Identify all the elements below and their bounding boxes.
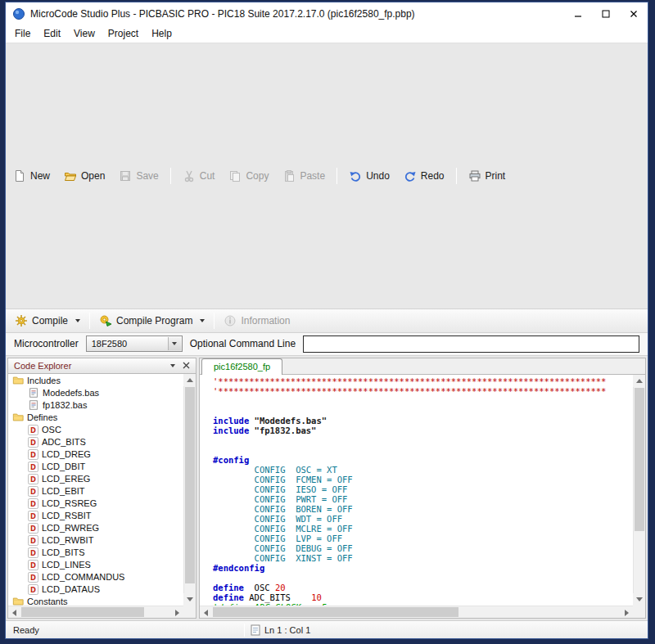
window-title: MicroCode Studio Plus - PICBASIC PRO - P… (30, 8, 559, 20)
panel-dropdown-button[interactable] (166, 359, 179, 372)
editor-vscroll-thumb[interactable] (635, 388, 644, 531)
microcontroller-select[interactable]: 18F2580 (86, 336, 183, 352)
folder-icon (12, 412, 24, 423)
scroll-down-button[interactable] (633, 593, 645, 606)
arrow-right-icon (175, 610, 179, 616)
menu-item-edit[interactable]: Edit (37, 25, 67, 42)
button-label: Save (136, 170, 158, 182)
tree-vertical-scrollbar[interactable] (183, 374, 196, 606)
save-button[interactable]: Save (113, 167, 164, 185)
tree-item-lcd_dreg[interactable]: DLCD_DREG (8, 448, 183, 461)
minimize-button[interactable] (564, 2, 592, 25)
maximize-button[interactable] (592, 2, 620, 25)
arrow-up-icon (187, 378, 193, 382)
chevron-down-icon (172, 342, 177, 345)
tree-item-fp1832.bas[interactable]: fp1832.bas (8, 399, 183, 412)
folder-icon (12, 596, 24, 606)
code-line: CONFIG MCLRE = OFF (213, 524, 633, 534)
status-ready: Ready (6, 625, 244, 635)
code-line: CONFIG BOREN = OFF (213, 504, 633, 514)
button-label: Cut (200, 170, 215, 182)
svg-text:D: D (30, 450, 36, 458)
tree-item-lcd_dbit[interactable]: DLCD_DBIT (8, 461, 183, 473)
tree-horizontal-scrollbar[interactable] (8, 606, 183, 618)
menu-item-help[interactable]: Help (145, 25, 178, 42)
tree-item-lcd_rwreg[interactable]: DLCD_RWREG (8, 522, 183, 534)
toolbar-separator (214, 313, 215, 329)
tree-item-label: Includes (27, 376, 61, 386)
command-line-input[interactable] (303, 336, 639, 353)
code-line (213, 406, 633, 416)
main-area: Code Explorer IncludesModedefs.basfp1832… (6, 356, 648, 621)
tree-item-modedefs.bas[interactable]: Modedefs.bas (8, 387, 183, 399)
code-area[interactable]: '***************************************… (200, 376, 633, 606)
compile-program-button[interactable]: Compile Program (93, 312, 210, 330)
button-label: New (30, 170, 50, 182)
tree-item-label: LCD_DATAUS (42, 584, 100, 595)
tree-item-lcd_rwbit[interactable]: DLCD_RWBIT (8, 534, 183, 547)
code-line: CONFIG FCMEN = OFF (213, 475, 633, 484)
editor-vertical-scrollbar[interactable] (633, 375, 645, 606)
editor-horizontal-scrollbar[interactable] (200, 606, 633, 618)
tree-item-adc_bits[interactable]: DADC_BITS (8, 436, 183, 448)
scroll-down-button[interactable] (183, 593, 196, 606)
undo-button[interactable]: Undo (343, 167, 395, 185)
menu-item-file[interactable]: File (8, 25, 37, 42)
define-icon: D (28, 462, 38, 472)
menu-item-view[interactable]: View (67, 25, 102, 42)
print-button[interactable]: Print (463, 167, 512, 185)
tree-item-includes[interactable]: Includes (8, 375, 183, 387)
code-line (213, 573, 633, 583)
redo-button[interactable]: Redo (398, 167, 450, 185)
tree-item-osc[interactable]: DOSC (8, 424, 183, 436)
cut-button[interactable]: Cut (177, 167, 221, 185)
tree-item-defines[interactable]: Defines (8, 412, 183, 424)
menu-item-project[interactable]: Project (102, 25, 145, 42)
panel-close-button[interactable] (179, 359, 192, 372)
tree-item-lcd_ebit[interactable]: DLCD_EBIT (8, 485, 183, 498)
cursor-position: Ln 1 : Col 1 (264, 625, 310, 635)
tree-item-lcd_ereg[interactable]: DLCD_EREG (8, 473, 183, 485)
tree-hscroll-thumb[interactable] (21, 607, 144, 617)
scroll-up-button[interactable] (633, 375, 645, 387)
tree-item-lcd_rsbit[interactable]: DLCD_RSBIT (8, 510, 183, 522)
tree-item-lcd_lines[interactable]: DLCD_LINES (8, 559, 183, 571)
svg-text:D: D (30, 511, 36, 520)
tab-pic16f2580_fp[interactable]: pic16f2580_fp (201, 358, 282, 375)
toolbar-separator (89, 313, 90, 329)
toolbar-separator (170, 168, 171, 184)
copy-button[interactable]: Copy (223, 167, 274, 185)
button-label: Print (486, 170, 506, 182)
tree-vscroll-thumb[interactable] (185, 387, 195, 583)
tree-item-lcd_dataus[interactable]: DLCD_DATAUS (8, 583, 183, 596)
close-button[interactable] (620, 2, 648, 25)
scroll-up-button[interactable] (183, 374, 196, 386)
editor-hscroll-thumb[interactable] (213, 607, 458, 617)
code-line (213, 435, 633, 445)
tree-item-lcd_bits[interactable]: DLCD_BITS (8, 547, 183, 559)
main-toolbar: NewOpenSaveCutCopyPasteUndoRedoPrint (6, 43, 648, 309)
tree-item-lcd_rsreg[interactable]: DLCD_RSREG (8, 498, 183, 510)
define-icon: D (28, 437, 38, 448)
scroll-right-button[interactable] (621, 606, 633, 619)
tree-item-lcd_commandus[interactable]: DLCD_COMMANDUS (8, 571, 183, 583)
scroll-right-button[interactable] (171, 606, 183, 619)
select-arrow[interactable] (168, 337, 181, 350)
scrollbar-corner (633, 606, 645, 618)
information-button[interactable]: Information (218, 312, 296, 330)
svg-text:D: D (30, 548, 36, 556)
menu-bar: FileEditViewProjectHelp (6, 25, 648, 43)
scroll-left-button[interactable] (8, 606, 20, 619)
app-window: MicroCode Studio Plus - PICBASIC PRO - P… (5, 2, 648, 639)
define-icon: D (28, 449, 38, 460)
new-button[interactable]: New (7, 167, 56, 185)
code-line: #config (213, 455, 633, 465)
svg-text:D: D (30, 462, 36, 471)
scroll-left-button[interactable] (200, 606, 212, 619)
compile-button[interactable]: Compile (9, 312, 86, 330)
tree-item-label: LCD_COMMANDUS (42, 572, 124, 583)
open-button[interactable]: Open (58, 167, 111, 185)
paste-button[interactable]: Paste (277, 167, 331, 185)
device-bar: Microcontroller 18F2580 Optional Command… (6, 333, 648, 356)
tree-item-constants[interactable]: Constants (8, 596, 183, 606)
